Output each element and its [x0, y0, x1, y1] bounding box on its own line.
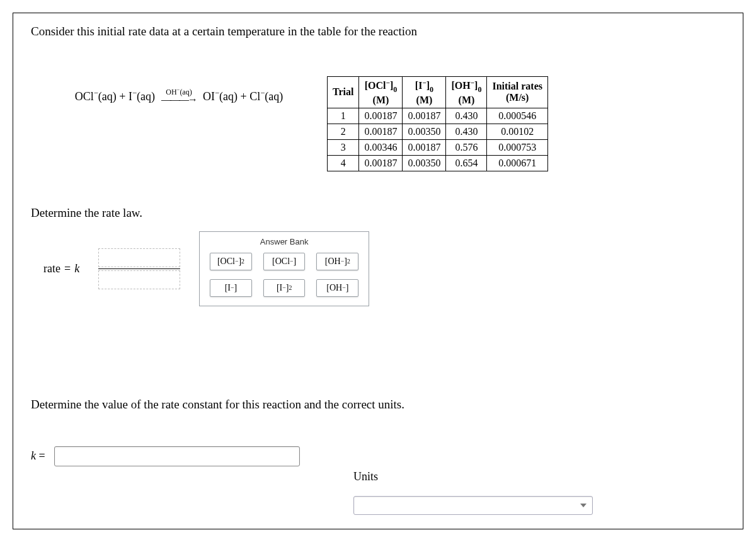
reaction-equation: OCl−(aq) + I−(aq) OH−(aq) ———→ OI−(aq) +… [31, 76, 308, 105]
table-row: 2 0.00187 0.00350 0.430 0.00102 [328, 124, 548, 139]
top-row: OCl−(aq) + I−(aq) OH−(aq) ———→ OI−(aq) +… [31, 76, 725, 171]
rate-constant-prompt: Determine the value of the rate constant… [31, 398, 725, 412]
col-i: [I−]0 (M) [403, 77, 446, 108]
arrow-icon: ———→ [161, 95, 197, 105]
eqn-rhs: OI−(aq) + Cl−(aq) [203, 89, 283, 103]
table-row: 4 0.00187 0.00350 0.654 0.000671 [328, 155, 548, 171]
units-select[interactable] [353, 496, 593, 515]
answer-bank-title: Answer Bank [210, 232, 358, 253]
rate-equation-lhs: rate = k [43, 262, 79, 275]
col-oh: [OH−]0 (M) [446, 77, 487, 108]
numerator-drop-slot[interactable] [98, 248, 180, 267]
units-block: Units [353, 470, 706, 515]
question-panel: Consider this initial rate data at a cer… [13, 13, 743, 529]
rate-law-prompt: Determine the rate law. [31, 206, 725, 220]
k-value-input[interactable] [54, 446, 300, 466]
rate-law-section: Determine the rate law. rate = k Answer … [31, 206, 725, 306]
col-ocl: [OCl−]0 (M) [359, 77, 403, 108]
reaction-arrow: OH−(aq) ———→ [161, 88, 197, 105]
denominator-drop-slot[interactable] [98, 270, 180, 289]
tile-ocl[interactable]: [OCl−] [263, 253, 306, 270]
tile-oh[interactable]: [OH−] [316, 279, 358, 297]
eqn-lhs: OCl−(aq) + I−(aq) [75, 89, 155, 103]
fraction-bar [98, 268, 180, 269]
intro-text: Consider this initial rate data at a cer… [31, 25, 725, 38]
units-label: Units [353, 470, 706, 483]
rate-data-table: Trial [OCl−]0 (M) [I−]0 (M) [OH−]0 (M) [327, 76, 548, 171]
tile-i-sq[interactable]: [I−]2 [263, 279, 306, 297]
col-trial: Trial [328, 77, 359, 108]
k-equals-label: k = [31, 449, 45, 463]
tile-ocl-sq[interactable]: [OCl−]2 [210, 253, 252, 270]
table-row: 3 0.00346 0.00187 0.576 0.000753 [328, 139, 548, 155]
tile-oh-sq[interactable]: [OH−]2 [316, 253, 358, 270]
rate-constant-section: Determine the value of the rate constant… [31, 398, 725, 466]
answer-bank: Answer Bank [OCl−]2 [OCl−] [OH−]2 [I−] [… [199, 231, 369, 306]
col-rate: Initial rates (M/s) [487, 77, 548, 108]
table-row: 1 0.00187 0.00187 0.430 0.000546 [328, 108, 548, 124]
tile-i[interactable]: [I−] [210, 279, 252, 297]
rate-fraction-slots [98, 248, 180, 289]
